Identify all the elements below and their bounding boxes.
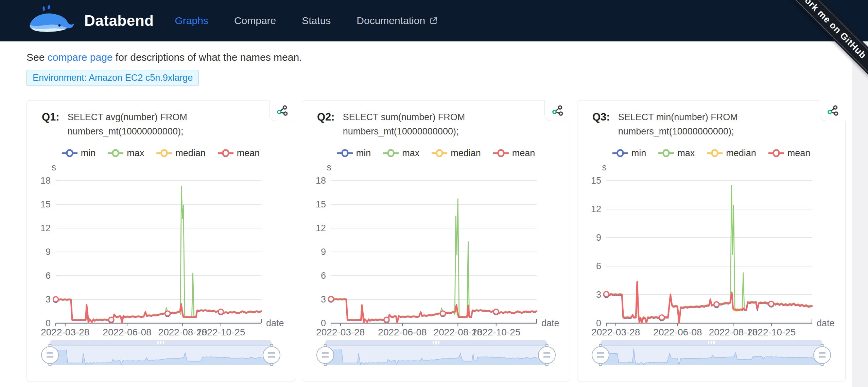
legend: minmaxmedianmean [27, 147, 295, 159]
legend-item-median[interactable]: median [707, 148, 756, 159]
legend-marker-icon [62, 149, 77, 157]
move-handle-grip-icon [157, 341, 164, 344]
legend: minmaxmedianmean [302, 147, 570, 159]
legend-marker-icon [658, 149, 674, 157]
legend-label: max [402, 148, 419, 159]
query-line: SELECT avg(number) FROM [68, 112, 187, 122]
legend-label: min [356, 148, 371, 159]
nav-item-status[interactable]: Status [302, 15, 331, 26]
y-axis-name: s [52, 162, 56, 172]
datazoom-move-handle[interactable] [601, 340, 822, 345]
query-header: Q2: SELECT sum(number) FROMnumbers_mt(10… [302, 100, 570, 139]
y-tick-label: 12 [591, 204, 601, 214]
external-link-icon [429, 16, 438, 25]
handle-grip-icon [538, 346, 556, 364]
x-axis-name: date [817, 318, 835, 328]
y-axis-name: s [602, 162, 607, 172]
share-button[interactable] [544, 100, 570, 121]
legend-marker-icon [493, 149, 509, 157]
y-tick-label: 6 [46, 271, 51, 281]
y-tick-label: 3 [321, 294, 326, 305]
nav-item-documentation[interactable]: Documentation [357, 15, 438, 26]
datazoom-track[interactable] [50, 345, 272, 365]
datazoom-track[interactable] [601, 345, 822, 365]
x-tick-label: 2022-06-08 [103, 327, 151, 337]
legend-marker-icon [432, 149, 447, 157]
legend-item-median[interactable]: median [432, 148, 481, 159]
databend-whale-logo [27, 4, 77, 38]
handle-grip-icon [592, 346, 609, 364]
datazoom-slider[interactable] [601, 340, 822, 369]
chart-plot: s036912152022-03-282022-06-082022-08-182… [577, 160, 846, 337]
data-point-marker-mean [659, 315, 664, 320]
nav-item-compare[interactable]: Compare [234, 15, 276, 26]
x-tick-label: 2022-06-08 [653, 327, 702, 337]
legend-item-max[interactable]: max [108, 148, 144, 159]
query-line: numbers_mt(10000000000); [343, 126, 459, 136]
datazoom-move-handle[interactable] [50, 340, 272, 345]
datazoom-handle-right[interactable] [813, 345, 831, 365]
compare-page-link[interactable]: compare page [48, 52, 113, 63]
legend-item-mean[interactable]: mean [768, 148, 811, 159]
datazoom-handle-right[interactable] [538, 345, 556, 365]
datazoom-handle-left[interactable] [316, 345, 334, 365]
handle-grip-icon [316, 346, 334, 364]
query-line: numbers_mt(10000000000); [68, 126, 184, 136]
data-point-marker-mean [440, 311, 446, 316]
datazoom-move-handle[interactable] [325, 340, 547, 345]
legend-label: min [631, 148, 646, 159]
chart-plot: s03691215182022-03-282022-06-082022-08-1… [27, 160, 295, 337]
legend-label: mean [787, 148, 811, 159]
query-label: Q1: [42, 110, 59, 139]
legend-marker-icon [218, 149, 233, 157]
nav-item-graphs[interactable]: Graphs [175, 15, 208, 26]
chart-canvas: s036912152022-03-282022-06-082022-08-182… [577, 160, 846, 337]
legend-item-mean[interactable]: mean [218, 148, 260, 159]
github-ribbon-wrap: Fork me on GitHub [712, 0, 868, 143]
query-label: Q3: [592, 110, 610, 139]
datazoom-handle-left[interactable] [591, 345, 610, 365]
legend-marker-icon [383, 149, 399, 157]
datazoom-slider[interactable] [50, 340, 272, 369]
legend-item-max[interactable]: max [383, 148, 419, 159]
chart-plot: s03691215182022-03-282022-06-082022-08-1… [302, 160, 571, 337]
nav-item-label: Documentation [357, 15, 425, 26]
series-line-mean [331, 299, 537, 323]
legend-item-min[interactable]: min [337, 148, 371, 159]
handle-grip-icon [41, 346, 59, 364]
data-point-marker-mean [329, 296, 334, 301]
datazoom-slider[interactable] [325, 340, 547, 369]
whale-eye [58, 24, 61, 27]
y-tick-label: 18 [40, 176, 51, 186]
legend-label: mean [512, 148, 535, 159]
fork-me-on-github-ribbon[interactable]: Fork me on GitHub [769, 0, 868, 90]
legend-label: median [175, 148, 206, 159]
handle-grip-icon [263, 346, 280, 364]
y-tick-label: 6 [596, 261, 601, 271]
y-tick-label: 15 [40, 199, 51, 209]
y-tick-label: 12 [316, 223, 326, 233]
series-line-max [56, 186, 261, 322]
legend-item-min[interactable]: min [62, 148, 96, 159]
share-icon [276, 105, 289, 117]
legend-item-mean[interactable]: mean [493, 148, 535, 159]
datazoom-handle-left[interactable] [41, 345, 59, 365]
brand-text: Databend [84, 12, 154, 29]
data-point-marker-mean [769, 301, 774, 306]
legend-item-max[interactable]: max [658, 148, 695, 159]
datazoom-handle-right[interactable] [262, 345, 281, 365]
query-header: Q1: SELECT avg(number) FROMnumbers_mt(10… [27, 100, 295, 139]
legend-marker-icon [156, 149, 172, 157]
legend-item-median[interactable]: median [156, 148, 206, 159]
x-tick-label: 2022-10-25 [747, 327, 796, 337]
environment-badge: Environment: Amazon EC2 c5n.9xlarge [27, 70, 199, 86]
share-icon [552, 105, 564, 117]
query-label: Q2: [317, 110, 335, 139]
handle-grip-icon [813, 346, 831, 364]
datazoom-track[interactable] [325, 345, 547, 365]
main-nav: Graphs Compare Status Documentation [175, 15, 438, 26]
data-point-marker-mean [604, 292, 609, 297]
share-button[interactable] [269, 100, 295, 121]
brand-link[interactable]: Databend [27, 4, 154, 38]
legend-item-min[interactable]: min [612, 148, 646, 159]
